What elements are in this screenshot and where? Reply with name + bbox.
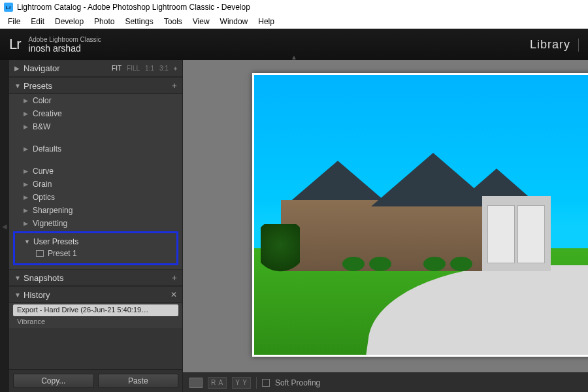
history-title: History [24, 290, 50, 300]
navigator-zoom-options: FIT FILL 1:1 3:1 ♦ [112, 65, 177, 72]
zoom-3-1[interactable]: 3:1 [159, 65, 169, 72]
photo-frame [252, 73, 588, 357]
lr-header: Lr Adobe Lightroom Classic inosh arshad … [0, 29, 588, 60]
user-presets-header[interactable]: ▼ User Presets [18, 236, 174, 248]
window-title: Lightroom Catalog - Adobe Photoshop Ligh… [17, 3, 250, 12]
left-panel: ▶ Navigator FIT FILL 1:1 3:1 ♦ ▼ Presets… [9, 60, 183, 392]
user-name: inosh arshad [29, 43, 101, 54]
os-menubar: File Edit Develop Photo Settings Tools V… [0, 14, 588, 29]
triangle-down-icon: ▼ [14, 82, 24, 90]
soft-proofing-label: Soft Proofing [275, 378, 320, 387]
snapshots-title: Snapshots [24, 273, 63, 283]
preset-group-defaults[interactable]: ▶Defaults [9, 142, 182, 155]
center-area: R A Y Y Soft Proofing [183, 60, 588, 392]
history-header[interactable]: ▼ History ✕ [9, 286, 182, 303]
menu-tools[interactable]: Tools [159, 16, 188, 27]
triangle-down-icon: ▼ [24, 238, 33, 245]
preset-group-creative[interactable]: ▶Creative [9, 107, 182, 120]
preset-group-optics[interactable]: ▶Optics [9, 191, 182, 204]
zoom-fit[interactable]: FIT [112, 65, 122, 72]
triangle-right-icon: ▶ [24, 168, 33, 174]
zoom-1-1[interactable]: 1:1 [145, 65, 154, 72]
history-body: Export - Hard Drive (26-Jun-21 5:40:19… … [9, 303, 182, 328]
before-after-yy-button[interactable]: Y Y [232, 377, 251, 389]
copy-button[interactable]: Copy... [13, 374, 94, 388]
lr-logo: Lr [9, 36, 21, 53]
user-presets-title: User Presets [33, 237, 78, 246]
triangle-right-icon: ▶ [24, 220, 33, 227]
history-item[interactable]: Vibrance [13, 318, 178, 324]
add-preset-icon[interactable]: + [172, 80, 177, 91]
menu-window[interactable]: Window [215, 16, 253, 27]
image-canvas[interactable] [183, 60, 588, 372]
caret-left-icon: ◀ [2, 223, 7, 230]
develop-toolbar: R A Y Y Soft Proofing [183, 372, 588, 392]
triangle-right-icon: ▶ [14, 65, 24, 72]
zoom-more-icon[interactable]: ♦ [174, 65, 177, 72]
triangle-right-icon: ▶ [24, 110, 33, 117]
user-presets-highlight: ▼ User Presets Preset 1 [13, 231, 178, 265]
triangle-right-icon: ▶ [24, 123, 33, 130]
add-snapshot-icon[interactable]: + [172, 272, 177, 283]
photo [254, 75, 588, 355]
triangle-right-icon: ▶ [24, 181, 33, 188]
preset-group-vignetting[interactable]: ▶Vignetting [9, 217, 182, 230]
menu-photo[interactable]: Photo [89, 16, 120, 27]
preset-group-grain[interactable]: ▶Grain [9, 178, 182, 191]
navigator-header[interactable]: ▶ Navigator FIT FILL 1:1 3:1 ♦ [9, 60, 182, 77]
paste-button[interactable]: Paste [98, 374, 179, 388]
preset-group-bw[interactable]: ▶B&W [9, 120, 182, 133]
menu-file[interactable]: File [3, 16, 25, 27]
triangle-down-icon: ▼ [14, 291, 24, 299]
before-after-ra-button[interactable]: R A [208, 377, 227, 389]
triangle-right-icon: ▶ [24, 146, 33, 152]
presets-title: Presets [24, 81, 52, 91]
product-name: Adobe Lightroom Classic [29, 36, 101, 43]
preset-group-curve[interactable]: ▶Curve [9, 165, 182, 178]
menu-help[interactable]: Help [253, 16, 280, 27]
copy-paste-footer: Copy... Paste [9, 369, 182, 392]
menu-view[interactable]: View [188, 16, 215, 27]
preset-group-sharpening[interactable]: ▶Sharpening [9, 204, 182, 217]
history-item[interactable]: Export - Hard Drive (26-Jun-21 5:40:19… [13, 304, 178, 316]
menu-develop[interactable]: Develop [50, 16, 89, 27]
presets-header[interactable]: ▼ Presets + [9, 77, 182, 94]
left-rail-collapse[interactable]: ◀ [0, 60, 9, 392]
snapshots-header[interactable]: ▼ Snapshots + [9, 269, 182, 286]
module-picker-library[interactable]: Library [530, 38, 579, 52]
preset-thumb-icon [36, 250, 44, 257]
loupe-view-button[interactable] [189, 378, 203, 388]
triangle-right-icon: ▶ [24, 97, 33, 104]
preset-item-label: Preset 1 [48, 249, 77, 258]
soft-proofing-checkbox[interactable] [262, 379, 270, 387]
menu-settings[interactable]: Settings [120, 16, 158, 27]
navigator-title: Navigator [24, 63, 60, 73]
toolbar-separator [256, 377, 257, 389]
presets-body: ▶Color ▶Creative ▶B&W ▶Defaults ▶Curve ▶… [9, 94, 182, 269]
triangle-down-icon: ▼ [14, 274, 24, 282]
clear-history-icon[interactable]: ✕ [171, 290, 177, 299]
menu-edit[interactable]: Edit [25, 16, 50, 27]
preset-group-color[interactable]: ▶Color [9, 94, 182, 107]
preset-item-preset1[interactable]: Preset 1 [18, 248, 174, 259]
app-icon: Lr [4, 3, 13, 12]
triangle-right-icon: ▶ [24, 207, 33, 214]
triangle-right-icon: ▶ [24, 194, 33, 201]
zoom-fill[interactable]: FILL [127, 65, 140, 72]
identity-plate: Adobe Lightroom Classic inosh arshad [29, 36, 101, 54]
os-titlebar: Lr Lightroom Catalog - Adobe Photoshop L… [0, 0, 588, 14]
